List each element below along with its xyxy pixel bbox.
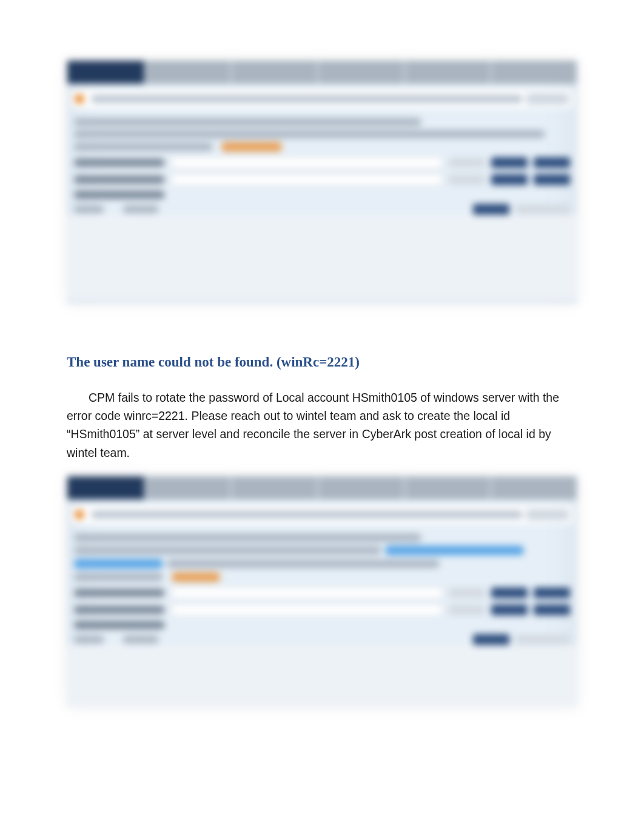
tab-active bbox=[67, 476, 144, 499]
account-group-row bbox=[74, 191, 570, 199]
tab-bar bbox=[67, 476, 577, 499]
reconcile-account-row bbox=[74, 604, 570, 616]
footer-label bbox=[122, 205, 159, 214]
empty-region bbox=[67, 645, 577, 707]
tab bbox=[405, 476, 491, 499]
error-heading: The user name could not be found. (winRc… bbox=[67, 354, 577, 370]
footer-label bbox=[74, 205, 104, 214]
create-new-button bbox=[534, 174, 570, 185]
footer-label bbox=[74, 635, 104, 644]
detail-line bbox=[74, 573, 163, 581]
field-label bbox=[74, 589, 165, 597]
field-label bbox=[74, 606, 165, 614]
tab bbox=[146, 476, 231, 499]
clear-button bbox=[449, 157, 485, 168]
warning-action-button bbox=[526, 93, 569, 104]
reconcile-account-row bbox=[74, 174, 570, 186]
warning-icon bbox=[75, 95, 84, 103]
detail-line bbox=[74, 130, 545, 138]
field-label bbox=[74, 621, 165, 629]
highlight-strip bbox=[74, 559, 163, 569]
footer-row bbox=[74, 204, 570, 215]
associate-button bbox=[491, 587, 528, 598]
warning-banner bbox=[72, 505, 572, 524]
clear-button bbox=[449, 174, 485, 185]
detail-line bbox=[74, 546, 381, 555]
field-input bbox=[171, 174, 443, 186]
tab bbox=[491, 476, 577, 499]
field-label bbox=[74, 158, 165, 167]
tab bbox=[146, 61, 231, 84]
warning-banner bbox=[72, 90, 572, 108]
detail-line bbox=[167, 559, 440, 568]
account-group-row bbox=[74, 621, 570, 629]
associate-button bbox=[491, 174, 528, 185]
logon-account-row bbox=[74, 587, 570, 599]
tab bbox=[232, 61, 317, 84]
create-new-button bbox=[534, 157, 570, 168]
detail-line bbox=[74, 533, 421, 542]
create-new-button bbox=[515, 634, 570, 645]
field-label bbox=[74, 191, 165, 199]
detail-line bbox=[74, 143, 213, 151]
cpm-error-screenshot-2 bbox=[67, 476, 577, 707]
empty-region bbox=[67, 215, 577, 300]
tab bbox=[318, 61, 404, 84]
highlight-chip bbox=[221, 142, 282, 152]
warning-icon bbox=[75, 510, 84, 519]
create-button bbox=[473, 204, 509, 215]
field-input bbox=[171, 157, 443, 169]
create-button bbox=[473, 634, 509, 645]
tab bbox=[318, 476, 404, 499]
highlight-strip bbox=[385, 546, 524, 555]
error-explanation-paragraph: CPM fails to rotate the password of Loca… bbox=[67, 388, 577, 462]
field-label bbox=[74, 175, 165, 184]
tab bbox=[405, 61, 491, 84]
footer-row bbox=[74, 634, 570, 645]
field-input bbox=[171, 604, 443, 616]
field-input bbox=[171, 587, 443, 599]
clear-button bbox=[449, 604, 485, 615]
tab bbox=[232, 476, 317, 499]
tab-bar bbox=[67, 61, 577, 84]
footer-label bbox=[122, 635, 159, 644]
error-detail-block bbox=[67, 110, 577, 152]
detail-line bbox=[74, 118, 421, 126]
logon-account-row bbox=[74, 157, 570, 169]
create-new-button bbox=[534, 604, 570, 615]
error-detail-block bbox=[67, 526, 577, 582]
warning-text bbox=[91, 95, 523, 103]
warning-text bbox=[91, 511, 523, 518]
clear-button bbox=[449, 587, 485, 598]
tab bbox=[491, 61, 577, 84]
highlight-chip bbox=[172, 572, 220, 582]
warning-action-button bbox=[526, 509, 569, 520]
cpm-error-screenshot-1 bbox=[67, 61, 577, 303]
associate-button bbox=[491, 157, 528, 168]
associate-button bbox=[491, 604, 528, 615]
create-new-button bbox=[534, 587, 570, 598]
tab-active bbox=[67, 61, 144, 84]
create-new-button bbox=[515, 204, 570, 215]
